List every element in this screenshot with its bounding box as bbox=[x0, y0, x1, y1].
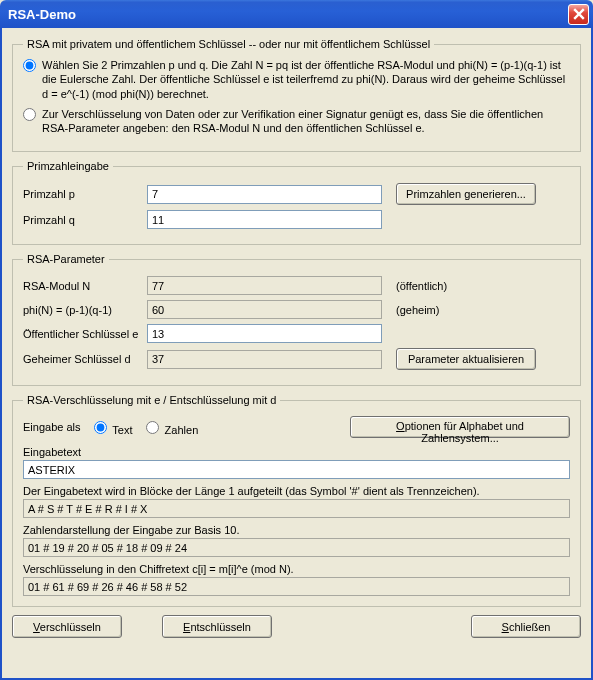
eingabetext-input[interactable] bbox=[23, 460, 570, 479]
decrypt-button[interactable]: Entschlüsseln bbox=[162, 615, 272, 638]
phi-field bbox=[147, 300, 382, 319]
generate-primes-button[interactable]: Primzahlen generieren... bbox=[396, 183, 536, 205]
modul-n-field bbox=[147, 276, 382, 295]
phi-side: (geheim) bbox=[396, 304, 546, 316]
cipher-label: Verschlüsselung in den Chiffretext c[i] … bbox=[23, 563, 570, 575]
seckey-d-field bbox=[147, 350, 382, 369]
close-icon[interactable] bbox=[568, 4, 589, 25]
prime-p-label: Primzahl p bbox=[23, 188, 141, 200]
modul-n-label: RSA-Modul N bbox=[23, 280, 141, 292]
group-keymode: RSA mit privatem und öffentlichem Schlüs… bbox=[12, 38, 581, 152]
group-primes-legend: Primzahleingabe bbox=[23, 160, 113, 172]
blocks-label: Der Eingabetext wird in Blöcke der Länge… bbox=[23, 485, 570, 497]
radio-both-keys[interactable]: Wählen Sie 2 Primzahlen p und q. Die Zah… bbox=[23, 58, 570, 101]
alphabet-options-button[interactable]: Optionen für Alphabet und Zahlensystem..… bbox=[350, 416, 570, 438]
radio-both-keys-label: Wählen Sie 2 Primzahlen p und q. Die Zah… bbox=[42, 58, 570, 101]
pubkey-e-label: Öffentlicher Schlüssel e bbox=[23, 328, 141, 340]
pubkey-e-input[interactable] bbox=[147, 324, 382, 343]
prime-q-input[interactable] bbox=[147, 210, 382, 229]
radio-input-numbers-input[interactable] bbox=[146, 421, 159, 434]
group-encryption-legend: RSA-Verschlüsselung mit e / Entschlüssel… bbox=[23, 394, 280, 406]
radio-input-numbers[interactable]: Zahlen bbox=[141, 418, 199, 436]
input-as-label: Eingabe als bbox=[23, 421, 81, 433]
radio-pubonly-input[interactable] bbox=[23, 108, 36, 121]
group-params-legend: RSA-Parameter bbox=[23, 253, 109, 265]
prime-p-input[interactable] bbox=[147, 185, 382, 204]
base-field bbox=[23, 538, 570, 557]
modul-n-side: (öffentlich) bbox=[396, 280, 546, 292]
encrypt-button[interactable]: Verschlüsseln bbox=[12, 615, 122, 638]
close-button[interactable]: Schließen bbox=[471, 615, 581, 638]
radio-input-numbers-label: Zahlen bbox=[165, 424, 199, 436]
prime-q-label: Primzahl q bbox=[23, 214, 141, 226]
group-encryption: RSA-Verschlüsselung mit e / Entschlüssel… bbox=[12, 394, 581, 607]
group-primes: Primzahleingabe Primzahl p Primzahlen ge… bbox=[12, 160, 581, 245]
phi-label: phi(N) = (p-1)(q-1) bbox=[23, 304, 141, 316]
group-params: RSA-Parameter RSA-Modul N (öffentlich) p… bbox=[12, 253, 581, 386]
radio-pubonly[interactable]: Zur Verschlüsselung von Daten oder zur V… bbox=[23, 107, 570, 136]
eingabetext-label: Eingabetext bbox=[23, 446, 570, 458]
radio-both-keys-input[interactable] bbox=[23, 59, 36, 72]
radio-input-text[interactable]: Text bbox=[89, 418, 133, 436]
window-title: RSA-Demo bbox=[8, 7, 568, 22]
blocks-field bbox=[23, 499, 570, 518]
titlebar: RSA-Demo bbox=[0, 0, 593, 28]
radio-input-text-input[interactable] bbox=[94, 421, 107, 434]
group-keymode-legend: RSA mit privatem und öffentlichem Schlüs… bbox=[23, 38, 434, 50]
base-label: Zahlendarstellung der Eingabe zur Basis … bbox=[23, 524, 570, 536]
cipher-field bbox=[23, 577, 570, 596]
radio-pubonly-label: Zur Verschlüsselung von Daten oder zur V… bbox=[42, 107, 570, 136]
seckey-d-label: Geheimer Schlüssel d bbox=[23, 353, 141, 365]
bottom-button-row: Verschlüsseln Entschlüsseln Schließen bbox=[12, 615, 581, 638]
window-body: RSA mit privatem und öffentlichem Schlüs… bbox=[0, 28, 593, 680]
update-params-button[interactable]: Parameter aktualisieren bbox=[396, 348, 536, 370]
radio-input-text-label: Text bbox=[112, 424, 132, 436]
